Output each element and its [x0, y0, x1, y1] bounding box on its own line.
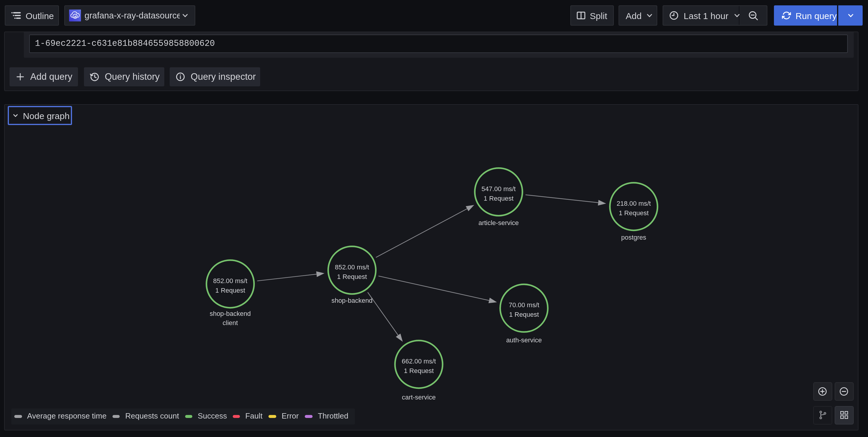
svg-text:postgres: postgres [621, 233, 646, 241]
svg-text:218.00 ms/t: 218.00 ms/t [617, 199, 651, 207]
svg-text:shop-backend: shop-backend [210, 310, 251, 317]
svg-text:cart-service: cart-service [402, 394, 436, 401]
svg-text:70.00 ms/t: 70.00 ms/t [509, 301, 539, 309]
svg-text:1 Request: 1 Request [216, 286, 245, 294]
svg-text:547.00 ms/t: 547.00 ms/t [482, 185, 516, 192]
svg-text:852.00 ms/t: 852.00 ms/t [335, 263, 369, 271]
svg-text:auth-service: auth-service [506, 336, 542, 344]
svg-text:1 Request: 1 Request [484, 194, 514, 202]
svg-text:1 Request: 1 Request [404, 367, 434, 374]
svg-text:1 Request: 1 Request [337, 273, 367, 280]
svg-text:1 Request: 1 Request [619, 209, 649, 216]
svg-text:662.00 ms/t: 662.00 ms/t [402, 357, 436, 365]
svg-text:852.00 ms/t: 852.00 ms/t [213, 277, 248, 284]
svg-text:1 Request: 1 Request [509, 311, 539, 318]
svg-text:client: client [223, 319, 238, 326]
svg-text:shop-backend: shop-backend [332, 296, 373, 304]
svg-text:article-service: article-service [479, 219, 519, 226]
